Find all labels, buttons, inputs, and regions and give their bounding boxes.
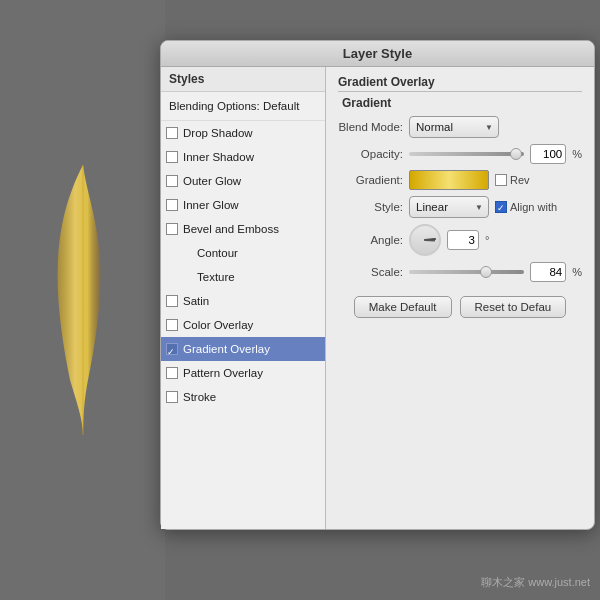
reverse-label: Rev xyxy=(510,174,530,186)
align-with-option[interactable]: ✓ Align with xyxy=(495,201,557,213)
scale-slider-track[interactable] xyxy=(409,270,524,274)
svg-line-0 xyxy=(425,239,435,240)
scale-input[interactable] xyxy=(530,262,566,282)
scale-slider-container xyxy=(409,270,524,274)
opacity-slider-track[interactable] xyxy=(409,152,524,156)
checkbox-stroke[interactable] xyxy=(166,391,178,403)
sidebar-item-color-overlay[interactable]: Color Overlay xyxy=(161,313,325,337)
sidebar-item-gradient-overlay[interactable]: Gradient Overlay xyxy=(161,337,325,361)
style-select[interactable]: Linear xyxy=(409,196,489,218)
style-label: Style: xyxy=(338,201,403,213)
reverse-option[interactable]: Rev xyxy=(495,174,530,186)
buttons-row: Make Default Reset to Defau xyxy=(338,296,582,318)
sidebar-item-texture[interactable]: Texture xyxy=(161,265,325,289)
sidebar-item-pattern-overlay[interactable]: Pattern Overlay xyxy=(161,361,325,385)
section-outer-title: Gradient Overlay xyxy=(338,75,582,92)
gradient-label: Gradient: xyxy=(338,174,403,186)
dialog-title: Layer Style xyxy=(343,46,412,61)
opacity-row: Opacity: % xyxy=(338,144,582,164)
opacity-percent: % xyxy=(572,148,582,160)
dialog-titlebar: Layer Style xyxy=(161,41,594,67)
blend-mode-label: Blend Mode: xyxy=(338,121,403,133)
feather-shape xyxy=(48,160,118,440)
sidebar-item-satin[interactable]: Satin xyxy=(161,289,325,313)
style-row: Style: Linear ✓ Align with xyxy=(338,196,582,218)
checkbox-drop-shadow[interactable] xyxy=(166,127,178,139)
scale-row: Scale: % xyxy=(338,262,582,282)
sidebar-item-bevel-emboss[interactable]: Bevel and Emboss xyxy=(161,217,325,241)
options-panel: Gradient Overlay Gradient Blend Mode: No… xyxy=(326,67,594,529)
reset-default-button[interactable]: Reset to Defau xyxy=(460,296,567,318)
gradient-row: Gradient: Rev xyxy=(338,170,582,190)
checkbox-satin[interactable] xyxy=(166,295,178,307)
canvas-area xyxy=(0,0,165,600)
scale-percent: % xyxy=(572,266,582,278)
sidebar-item-outer-glow[interactable]: Outer Glow xyxy=(161,169,325,193)
opacity-input[interactable] xyxy=(530,144,566,164)
opacity-label: Opacity: xyxy=(338,148,403,160)
angle-row: Angle: ° xyxy=(338,224,582,256)
opacity-slider-container xyxy=(409,152,524,156)
checkbox-pattern-overlay[interactable] xyxy=(166,367,178,379)
checkbox-inner-shadow[interactable] xyxy=(166,151,178,163)
dial-indicator xyxy=(409,224,441,256)
checkbox-outer-glow[interactable] xyxy=(166,175,178,187)
checkbox-bevel-emboss[interactable] xyxy=(166,223,178,235)
angle-control: ° xyxy=(409,224,489,256)
angle-label: Angle: xyxy=(338,234,403,246)
dialog-body: Styles Blending Options: Default Drop Sh… xyxy=(161,67,594,529)
checkbox-color-overlay[interactable] xyxy=(166,319,178,331)
layer-style-dialog: Layer Style Styles Blending Options: Def… xyxy=(160,40,595,530)
sidebar-item-inner-shadow[interactable]: Inner Shadow xyxy=(161,145,325,169)
align-label: Align with xyxy=(510,201,557,213)
styles-panel: Styles Blending Options: Default Drop Sh… xyxy=(161,67,326,529)
section-inner-title: Gradient xyxy=(338,96,582,110)
angle-unit: ° xyxy=(485,234,489,246)
blend-mode-select[interactable]: Normal xyxy=(409,116,499,138)
blend-mode-row: Blend Mode: Normal xyxy=(338,116,582,138)
scale-slider-thumb[interactable] xyxy=(480,266,492,278)
sidebar-item-drop-shadow[interactable]: Drop Shadow xyxy=(161,121,325,145)
watermark: 聊木之家 www.just.net xyxy=(481,575,590,590)
angle-dial[interactable] xyxy=(409,224,441,256)
make-default-button[interactable]: Make Default xyxy=(354,296,452,318)
styles-header: Styles xyxy=(161,67,325,92)
checkbox-inner-glow[interactable] xyxy=(166,199,178,211)
reverse-checkbox[interactable] xyxy=(495,174,507,186)
angle-input[interactable] xyxy=(447,230,479,250)
blending-options-item[interactable]: Blending Options: Default xyxy=(161,92,325,121)
gradient-preview[interactable] xyxy=(409,170,489,190)
sidebar-item-inner-glow[interactable]: Inner Glow xyxy=(161,193,325,217)
scale-label: Scale: xyxy=(338,266,403,278)
sidebar-item-contour[interactable]: Contour xyxy=(161,241,325,265)
opacity-slider-thumb[interactable] xyxy=(510,148,522,160)
checkbox-gradient-overlay[interactable] xyxy=(166,343,178,355)
sidebar-item-stroke[interactable]: Stroke xyxy=(161,385,325,409)
align-checkbox[interactable]: ✓ xyxy=(495,201,507,213)
